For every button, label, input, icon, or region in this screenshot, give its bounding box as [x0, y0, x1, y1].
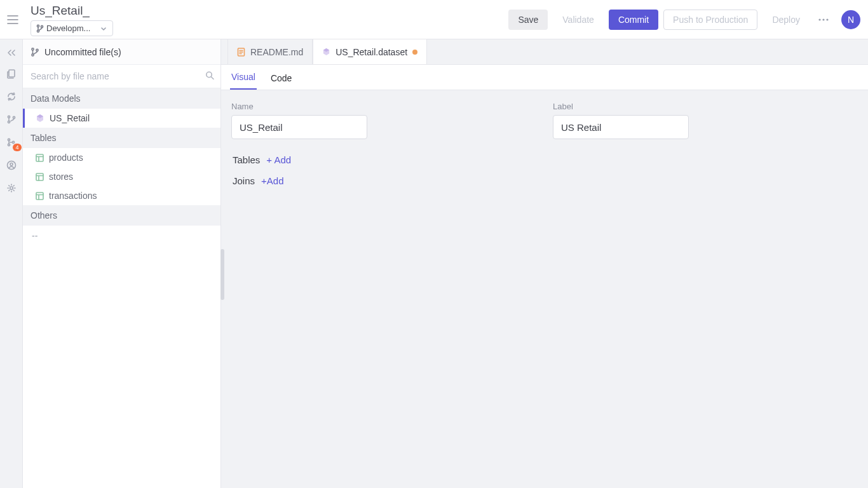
file-search-input[interactable]	[23, 65, 220, 88]
subtab-visual[interactable]: Visual	[230, 65, 257, 90]
tab-label: US_Retail.dataset	[336, 47, 407, 57]
rail-files-button[interactable]	[0, 62, 23, 85]
table-icon	[36, 154, 44, 162]
svg-point-14	[10, 163, 13, 166]
tables-row: Tables + Add	[233, 154, 857, 165]
chevron-down-icon	[100, 25, 107, 32]
dataset-icon	[322, 48, 330, 56]
git-branch-icon	[36, 24, 44, 33]
name-label: Name	[231, 102, 367, 111]
label-label: Label	[553, 102, 689, 111]
file-panel-header: Uncommitted file(s)	[23, 39, 220, 65]
tab-readme[interactable]: README.md	[227, 39, 313, 64]
file-item-us-retail[interactable]: US_Retail	[23, 109, 220, 128]
git-branch-icon	[6, 114, 17, 125]
tab-label: README.md	[250, 47, 303, 57]
svg-rect-22	[36, 193, 43, 200]
branch-label: Developm...	[46, 24, 97, 33]
rail-settings-button[interactable]	[0, 177, 23, 200]
name-input[interactable]	[231, 115, 367, 139]
rail-commits-button[interactable]: 4	[0, 131, 23, 154]
tables-row-label: Tables	[233, 154, 260, 165]
field-name: Name	[231, 102, 367, 139]
commit-button[interactable]: Commit	[609, 10, 658, 30]
rail-user-button[interactable]	[0, 154, 23, 177]
avatar[interactable]: N	[841, 10, 860, 29]
rail-sync-button[interactable]	[0, 85, 23, 108]
icon-rail: 4	[0, 39, 23, 488]
topbar: Us_Retail_ Developm... Save Validate Com…	[0, 0, 868, 39]
svg-rect-20	[36, 154, 43, 161]
section-data-models: Data Models	[23, 88, 220, 109]
joins-row: Joins +Add	[233, 175, 857, 186]
form-area: Name Label	[221, 90, 868, 151]
file-panel: Uncommitted file(s) Data Models US_Retai…	[23, 39, 221, 488]
user-circle-icon	[6, 160, 17, 170]
readme-icon	[237, 48, 245, 57]
more-button[interactable]	[815, 10, 832, 30]
tables-add-link[interactable]: + Add	[266, 154, 291, 165]
push-button[interactable]: Push to Production	[663, 10, 757, 30]
sync-icon	[6, 92, 17, 102]
search-icon	[205, 71, 214, 82]
validate-button[interactable]: Validate	[553, 10, 604, 30]
dots-horizontal-icon	[818, 18, 829, 21]
file-item-label: products	[49, 152, 83, 163]
page-title: Us_Retail_	[31, 4, 113, 18]
file-item-products[interactable]: products	[23, 148, 220, 167]
svg-point-15	[10, 187, 12, 189]
tab-us-retail-dataset[interactable]: US_Retail.dataset	[313, 39, 427, 64]
svg-rect-6	[9, 70, 15, 77]
hamburger-icon	[7, 15, 18, 24]
svg-point-4	[822, 18, 824, 20]
gear-icon	[6, 183, 17, 193]
file-item-stores[interactable]: stores	[23, 167, 220, 186]
svg-rect-21	[36, 173, 43, 180]
file-panel-header-label: Uncommitted file(s)	[44, 47, 121, 57]
save-button[interactable]: Save	[508, 10, 548, 30]
field-label: Label	[553, 102, 689, 139]
collapse-left-icon	[7, 49, 16, 57]
scrollbar-thumb[interactable]	[220, 249, 224, 300]
topbar-actions: Save Validate Commit Push to Production …	[508, 10, 860, 30]
branch-selector[interactable]: Developm...	[31, 20, 113, 36]
others-empty: --	[23, 226, 220, 246]
editor-subtabs: Visual Code	[221, 65, 868, 90]
commits-badge: 4	[13, 144, 21, 151]
joins-row-label: Joins	[233, 175, 255, 186]
file-item-label: transactions	[49, 191, 97, 201]
dataset-icon	[36, 114, 44, 123]
table-icon	[36, 173, 44, 181]
file-item-label: stores	[49, 172, 73, 182]
deploy-button[interactable]: Deploy	[763, 10, 810, 30]
git-branch-icon	[31, 47, 39, 57]
subtab-code[interactable]: Code	[269, 67, 293, 90]
table-icon	[36, 192, 44, 200]
dirty-indicator-icon	[412, 50, 417, 55]
svg-point-3	[818, 18, 820, 20]
section-tables: Tables	[23, 128, 220, 148]
files-icon	[6, 69, 17, 79]
file-item-label: US_Retail	[50, 113, 90, 123]
label-input[interactable]	[553, 115, 689, 139]
editor-area: README.md US_Retail.dataset Visual Code …	[221, 39, 868, 488]
collapse-panel-button[interactable]	[0, 43, 23, 62]
joins-add-link[interactable]: +Add	[261, 175, 283, 186]
section-others: Others	[23, 205, 220, 226]
svg-point-5	[826, 18, 828, 20]
main-menu-button[interactable]	[0, 0, 25, 39]
rail-branches-button[interactable]	[0, 108, 23, 131]
file-item-transactions[interactable]: transactions	[23, 186, 220, 205]
editor-tabs: README.md US_Retail.dataset	[221, 39, 868, 65]
file-search	[23, 65, 220, 88]
